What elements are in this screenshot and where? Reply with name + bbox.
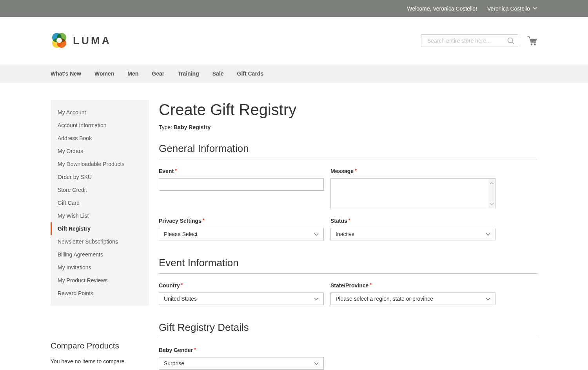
nav-item-training[interactable]: Training bbox=[178, 70, 199, 77]
nav-item-gift-cards[interactable]: Gift Cards bbox=[237, 70, 264, 77]
sidebar-item-my-wish-list[interactable]: My Wish List bbox=[51, 209, 149, 222]
cart-icon bbox=[527, 36, 537, 46]
sidebar-item-my-account[interactable]: My Account bbox=[51, 106, 149, 119]
sidebar-item-my-orders[interactable]: My Orders bbox=[51, 145, 149, 158]
field-row: Event* Message* bbox=[159, 168, 537, 209]
account-nav-list: My Account Account Information Address B… bbox=[51, 100, 149, 306]
required-asterisk: * bbox=[355, 168, 357, 173]
compare-products-block: Compare Products You have no items to co… bbox=[51, 341, 149, 365]
sidebar-item-gift-registry[interactable]: Gift Registry bbox=[51, 222, 149, 235]
country-field: Country* United States bbox=[159, 282, 324, 305]
state-province-value: Please select a region, state or provinc… bbox=[336, 296, 433, 302]
store-logo[interactable]: LUMA bbox=[51, 32, 111, 49]
message-label-text: Message bbox=[330, 168, 354, 174]
nav-item-sale[interactable]: Sale bbox=[212, 70, 224, 77]
search-input[interactable] bbox=[421, 34, 518, 47]
field-row: Country* United States State/Province* P… bbox=[159, 282, 537, 305]
cart-button[interactable] bbox=[527, 36, 537, 46]
status-label: Status* bbox=[330, 218, 495, 224]
event-information-heading: Event Information bbox=[159, 257, 537, 274]
chevron-down-icon bbox=[486, 233, 490, 236]
compare-empty-message: You have no items to compare. bbox=[51, 358, 149, 365]
required-asterisk: * bbox=[348, 218, 350, 223]
state-province-field: State/Province* Please select a region, … bbox=[330, 282, 495, 305]
baby-gender-label: Baby Gender* bbox=[159, 347, 324, 353]
nav-item-gear[interactable]: Gear bbox=[152, 70, 164, 77]
scroll-up-icon[interactable] bbox=[490, 182, 494, 184]
welcome-message: Welcome, Veronica Costello! bbox=[407, 5, 477, 12]
main-navigation: What's New Women Men Gear Training Sale … bbox=[0, 65, 588, 83]
baby-gender-value: Surprise bbox=[164, 360, 184, 366]
luma-logo-icon bbox=[51, 32, 68, 49]
sidebar-item-account-information[interactable]: Account Information bbox=[51, 119, 149, 132]
sidebar-item-my-invitations[interactable]: My Invitations bbox=[51, 261, 149, 274]
sidebar-item-store-credit[interactable]: Store Credit bbox=[51, 184, 149, 197]
sidebar-item-order-by-sku[interactable]: Order by SKU bbox=[51, 171, 149, 184]
state-province-select[interactable]: Please select a region, state or provinc… bbox=[330, 292, 495, 305]
privacy-settings-field: Privacy Settings* Please Select bbox=[159, 218, 324, 240]
baby-gender-field: Baby Gender* Surprise bbox=[159, 347, 324, 370]
page-title: Create Gift Registry bbox=[159, 101, 537, 118]
event-label: Event* bbox=[159, 168, 324, 174]
country-label: Country* bbox=[159, 282, 324, 289]
event-input[interactable] bbox=[159, 178, 324, 191]
registry-type-label: Type: bbox=[159, 124, 172, 130]
compare-products-title: Compare Products bbox=[51, 341, 149, 350]
privacy-settings-label-text: Privacy Settings bbox=[159, 218, 201, 224]
sidebar-item-my-product-reviews[interactable]: My Product Reviews bbox=[51, 274, 149, 287]
search-box bbox=[421, 34, 518, 47]
textarea-scrollbar[interactable] bbox=[488, 179, 495, 208]
required-asterisk: * bbox=[175, 168, 177, 173]
baby-gender-select[interactable]: Surprise bbox=[159, 357, 324, 370]
country-value: United States bbox=[164, 296, 197, 302]
nav-item-whats-new[interactable]: What's New bbox=[51, 70, 81, 77]
general-information-heading: General Information bbox=[159, 143, 537, 159]
country-select[interactable]: United States bbox=[159, 292, 324, 305]
event-label-text: Event bbox=[159, 168, 174, 174]
baby-gender-label-text: Baby Gender bbox=[159, 347, 193, 353]
nav-item-men[interactable]: Men bbox=[127, 70, 138, 77]
scroll-down-icon[interactable] bbox=[490, 203, 494, 205]
required-asterisk: * bbox=[181, 282, 183, 288]
required-asterisk: * bbox=[203, 218, 205, 223]
search-icon[interactable] bbox=[507, 37, 515, 45]
registry-type: Type: Baby Registry bbox=[159, 124, 537, 130]
chevron-down-icon bbox=[486, 298, 490, 300]
account-menu-label: Veronica Costello bbox=[487, 5, 530, 12]
message-label: Message* bbox=[330, 168, 495, 174]
nav-item-women[interactable]: Women bbox=[94, 70, 114, 77]
chevron-down-icon bbox=[314, 298, 319, 300]
sidebar-item-billing-agreements[interactable]: Billing Agreements bbox=[51, 248, 149, 261]
field-row: Privacy Settings* Please Select Status* … bbox=[159, 218, 537, 240]
account-sidebar: My Account Account Information Address B… bbox=[51, 100, 149, 365]
privacy-settings-label: Privacy Settings* bbox=[159, 218, 324, 224]
sidebar-item-newsletter-subscriptions[interactable]: Newsletter Subscriptions bbox=[51, 235, 149, 248]
privacy-settings-select[interactable]: Please Select bbox=[159, 228, 324, 240]
sidebar-item-my-downloadable-products[interactable]: My Downloadable Products bbox=[51, 158, 149, 171]
field-row: Baby Gender* Surprise bbox=[159, 347, 537, 370]
message-textarea[interactable] bbox=[331, 179, 488, 209]
required-asterisk: * bbox=[370, 282, 372, 288]
required-asterisk: * bbox=[194, 347, 196, 352]
status-field: Status* Inactive bbox=[330, 218, 495, 240]
sidebar-item-gift-card[interactable]: Gift Card bbox=[51, 197, 149, 209]
logo-text: LUMA bbox=[73, 35, 111, 47]
content-area: My Account Account Information Address B… bbox=[51, 83, 537, 370]
top-bar: Welcome, Veronica Costello! Veronica Cos… bbox=[0, 0, 588, 17]
sidebar-item-reward-points[interactable]: Reward Points bbox=[51, 287, 149, 300]
status-label-text: Status bbox=[330, 218, 347, 224]
gift-registry-details-heading: Gift Registry Details bbox=[159, 321, 537, 338]
chevron-down-icon bbox=[314, 233, 319, 236]
sidebar-item-address-book[interactable]: Address Book bbox=[51, 132, 149, 145]
country-label-text: Country bbox=[159, 282, 180, 289]
message-field: Message* bbox=[330, 168, 495, 209]
status-select[interactable]: Inactive bbox=[330, 228, 495, 240]
page-header: LUMA bbox=[0, 17, 588, 65]
main-content: Create Gift Registry Type: Baby Registry… bbox=[159, 101, 537, 370]
state-province-label-text: State/Province bbox=[330, 282, 368, 289]
account-menu[interactable]: Veronica Costello bbox=[487, 5, 537, 12]
chevron-down-icon bbox=[533, 7, 537, 10]
event-field: Event* bbox=[159, 168, 324, 209]
registry-type-value: Baby Registry bbox=[174, 124, 211, 130]
status-value: Inactive bbox=[336, 231, 354, 237]
